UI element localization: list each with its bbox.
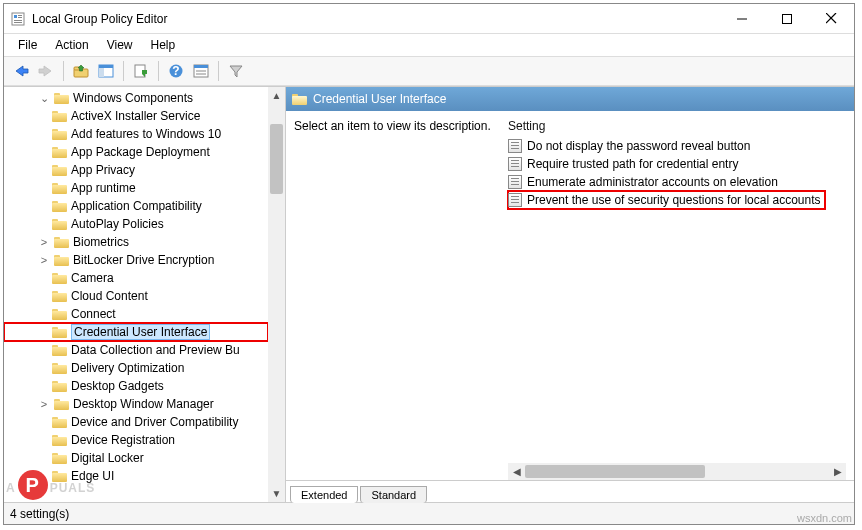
- folder-icon: [52, 434, 67, 446]
- maximize-button[interactable]: [764, 4, 809, 33]
- collapse-icon[interactable]: ⌄: [38, 92, 50, 105]
- tree-item-label: Desktop Gadgets: [71, 379, 164, 393]
- tree-item[interactable]: Device Registration: [4, 431, 268, 449]
- tree-item[interactable]: Cloud Content: [4, 287, 268, 305]
- tree-item[interactable]: Device and Driver Compatibility: [4, 413, 268, 431]
- help-button[interactable]: ?: [165, 60, 187, 82]
- scroll-thumb[interactable]: [525, 465, 705, 478]
- folder-icon: [54, 398, 69, 410]
- svg-rect-23: [194, 65, 208, 68]
- tree-item-label: Connect: [71, 307, 116, 321]
- window-controls: [719, 4, 854, 33]
- details-header-title: Credential User Interface: [313, 92, 446, 106]
- description-prompt: Select an item to view its description.: [294, 119, 500, 133]
- tab-extended[interactable]: Extended: [290, 486, 358, 503]
- back-button[interactable]: [10, 60, 32, 82]
- tree-item-label: BitLocker Drive Encryption: [73, 253, 214, 267]
- tree-item[interactable]: ActiveX Installer Service: [4, 107, 268, 125]
- tree-item-label: Digital Locker: [71, 451, 144, 465]
- menu-action[interactable]: Action: [47, 36, 96, 54]
- menu-file[interactable]: File: [10, 36, 45, 54]
- svg-rect-1: [14, 15, 17, 18]
- toolbar-separator: [63, 61, 64, 81]
- tree-item[interactable]: Connect: [4, 305, 268, 323]
- up-level-button[interactable]: [70, 60, 92, 82]
- expand-icon[interactable]: >: [38, 236, 50, 248]
- setting-row[interactable]: Prevent the use of security questions fo…: [508, 191, 825, 209]
- tree-item[interactable]: Data Collection and Preview Bu: [4, 341, 268, 359]
- tree-item[interactable]: App runtime: [4, 179, 268, 197]
- details-horizontal-scrollbar[interactable]: ◀ ▶: [508, 463, 846, 480]
- tree-item[interactable]: >Biometrics: [4, 233, 268, 251]
- menu-help[interactable]: Help: [143, 36, 184, 54]
- folder-icon: [52, 470, 67, 482]
- svg-marker-26: [230, 66, 242, 77]
- menu-view[interactable]: View: [99, 36, 141, 54]
- tree-view[interactable]: ⌄ Windows Components ActiveX Installer S…: [4, 87, 268, 502]
- scroll-left-arrow[interactable]: ◀: [508, 463, 525, 480]
- tree-item[interactable]: Edge UI: [4, 467, 268, 485]
- filter-button[interactable]: [225, 60, 247, 82]
- description-column: Select an item to view its description.: [294, 119, 500, 455]
- tree-item[interactable]: AutoPlay Policies: [4, 215, 268, 233]
- scroll-right-arrow[interactable]: ▶: [829, 463, 846, 480]
- tree-item-label: Data Collection and Preview Bu: [71, 343, 240, 357]
- tree-item-label: ActiveX Installer Service: [71, 109, 200, 123]
- expand-icon[interactable]: >: [38, 398, 50, 410]
- close-button[interactable]: [809, 4, 854, 33]
- tree-item[interactable]: Credential User Interface: [4, 323, 268, 341]
- setting-label: Prevent the use of security questions fo…: [527, 193, 821, 207]
- tree-item[interactable]: Add features to Windows 10: [4, 125, 268, 143]
- folder-icon: [52, 164, 67, 176]
- folder-icon: [52, 380, 67, 392]
- app-icon: [10, 11, 26, 27]
- setting-label: Enumerate administrator accounts on elev…: [527, 175, 778, 189]
- forward-button[interactable]: [35, 60, 57, 82]
- minimize-button[interactable]: [719, 4, 764, 33]
- svg-rect-3: [18, 17, 22, 18]
- folder-icon: [52, 128, 67, 140]
- folder-icon: [52, 110, 67, 122]
- tree-item-label: Desktop Window Manager: [73, 397, 214, 411]
- tree-item-windows-components[interactable]: ⌄ Windows Components: [4, 89, 268, 107]
- folder-icon: [292, 93, 307, 105]
- folder-icon: [52, 182, 67, 194]
- tree-item[interactable]: >BitLocker Drive Encryption: [4, 251, 268, 269]
- toolbar-separator: [218, 61, 219, 81]
- setting-label: Require trusted path for credential entr…: [527, 157, 738, 171]
- show-hide-tree-button[interactable]: [95, 60, 117, 82]
- export-list-button[interactable]: [130, 60, 152, 82]
- toolbar: ?: [4, 56, 854, 86]
- tree-vertical-scrollbar[interactable]: ▲ ▼: [268, 87, 285, 502]
- settings-column: Setting Do not display the password reve…: [508, 119, 846, 455]
- svg-rect-7: [782, 14, 791, 23]
- tree-item[interactable]: Digital Locker: [4, 449, 268, 467]
- setting-row[interactable]: Require trusted path for credential entr…: [508, 155, 846, 173]
- scroll-up-arrow[interactable]: ▲: [268, 87, 285, 104]
- expand-icon[interactable]: >: [38, 254, 50, 266]
- tree-pane: ⌄ Windows Components ActiveX Installer S…: [4, 87, 286, 502]
- tab-standard[interactable]: Standard: [360, 486, 427, 503]
- setting-column-header[interactable]: Setting: [508, 119, 846, 137]
- scroll-track[interactable]: [268, 104, 285, 485]
- tree-item[interactable]: App Package Deployment: [4, 143, 268, 161]
- properties-button[interactable]: [190, 60, 212, 82]
- tree-item[interactable]: App Privacy: [4, 161, 268, 179]
- scroll-down-arrow[interactable]: ▼: [268, 485, 285, 502]
- tree-item[interactable]: >Desktop Window Manager: [4, 395, 268, 413]
- tree-item[interactable]: Delivery Optimization: [4, 359, 268, 377]
- tree-item[interactable]: Application Compatibility: [4, 197, 268, 215]
- folder-icon: [52, 146, 67, 158]
- tree-item-label: Biometrics: [73, 235, 129, 249]
- tree-item-label: Device Registration: [71, 433, 175, 447]
- tree-item-label: Credential User Interface: [71, 324, 210, 340]
- status-text: 4 setting(s): [10, 507, 69, 521]
- tree-item[interactable]: Desktop Gadgets: [4, 377, 268, 395]
- toolbar-separator: [123, 61, 124, 81]
- tree-item[interactable]: Camera: [4, 269, 268, 287]
- scroll-thumb[interactable]: [270, 124, 283, 194]
- setting-row[interactable]: Enumerate administrator accounts on elev…: [508, 173, 846, 191]
- svg-rect-2: [18, 15, 22, 16]
- scroll-track[interactable]: [525, 463, 829, 480]
- setting-row[interactable]: Do not display the password reveal butto…: [508, 137, 846, 155]
